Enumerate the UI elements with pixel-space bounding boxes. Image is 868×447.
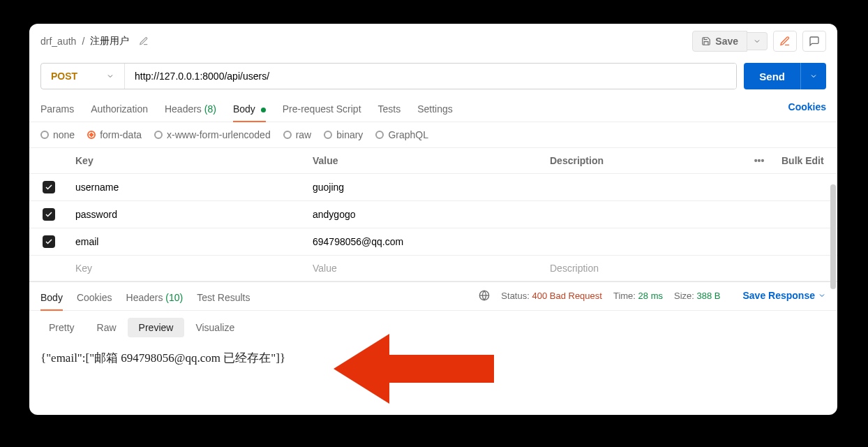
radio-binary-label: binary xyxy=(336,129,363,140)
radio-raw[interactable]: raw xyxy=(283,129,312,140)
check-icon xyxy=(45,237,53,246)
table-header: Key Value Description ••• Bulk Edit xyxy=(29,148,837,174)
breadcrumb-parent[interactable]: drf_auth xyxy=(40,36,76,47)
size-label: Size: xyxy=(674,291,694,301)
table-row-empty xyxy=(29,256,837,281)
key-input[interactable] xyxy=(75,209,299,220)
radio-binary[interactable]: binary xyxy=(324,129,363,140)
key-input[interactable] xyxy=(75,263,299,274)
chevron-down-icon xyxy=(809,72,818,80)
value-input[interactable] xyxy=(313,209,536,220)
response-panel: Body Cookies Headers (10) Test Results S… xyxy=(29,281,837,415)
table-body xyxy=(29,174,837,281)
postman-window: drf_auth / 注册用户 Save POST xyxy=(29,24,837,415)
radio-xform[interactable]: x-www-form-urlencoded xyxy=(154,129,271,140)
head-value: Value xyxy=(306,148,543,173)
head-desc: Description xyxy=(543,148,744,173)
rename-icon[interactable] xyxy=(139,36,149,46)
save-group: Save xyxy=(692,31,768,52)
radio-xform-label: x-www-form-urlencoded xyxy=(167,129,271,140)
send-button[interactable]: Send xyxy=(744,63,800,89)
globe-icon[interactable] xyxy=(479,290,490,301)
edit-button[interactable] xyxy=(773,31,797,52)
key-input[interactable] xyxy=(75,236,299,247)
save-dropdown[interactable] xyxy=(747,32,768,50)
value-input[interactable] xyxy=(313,182,536,193)
rtab-body[interactable]: Body xyxy=(40,288,63,310)
view-visualize[interactable]: Visualize xyxy=(184,318,246,337)
desc-input[interactable] xyxy=(550,182,737,193)
chevron-down-icon xyxy=(106,72,114,80)
tab-headers[interactable]: Headers (8) xyxy=(165,99,216,122)
response-tabs: Body Cookies Headers (10) Test Results S… xyxy=(29,282,837,311)
save-response-label: Save Response xyxy=(743,290,816,301)
tab-settings[interactable]: Settings xyxy=(417,99,453,122)
comment-button[interactable] xyxy=(802,31,826,52)
size-value: 388 B xyxy=(697,291,721,301)
row-checkbox[interactable] xyxy=(43,235,55,248)
form-table: Key Value Description ••• Bulk Edit xyxy=(29,147,837,281)
cookies-link[interactable]: Cookies xyxy=(788,101,826,119)
response-status: Status: 400 Bad Request Time: 28 ms Size… xyxy=(479,290,720,308)
url-input[interactable] xyxy=(125,64,736,89)
pencil-icon xyxy=(779,36,791,47)
tab-prerequest[interactable]: Pre-request Script xyxy=(283,99,361,122)
radio-formdata-label: form-data xyxy=(100,129,142,140)
save-button[interactable]: Save xyxy=(692,31,747,52)
scrollbar[interactable] xyxy=(830,184,836,289)
radio-icon xyxy=(87,131,96,139)
radio-none[interactable]: none xyxy=(40,129,75,140)
breadcrumb: drf_auth / 注册用户 xyxy=(40,35,149,47)
topbar: drf_auth / 注册用户 Save xyxy=(29,24,837,57)
chevron-down-icon xyxy=(753,37,761,45)
view-pretty[interactable]: Pretty xyxy=(38,318,86,337)
body-type-row: none form-data x-www-form-urlencoded raw… xyxy=(29,122,837,147)
more-columns-button[interactable]: ••• xyxy=(744,148,775,173)
tab-tests[interactable]: Tests xyxy=(378,99,401,122)
radio-icon xyxy=(375,131,384,139)
tab-params[interactable]: Params xyxy=(40,99,74,122)
urlbar-row: POST Send xyxy=(29,57,837,95)
radio-icon xyxy=(283,131,292,139)
value-input[interactable] xyxy=(313,236,536,247)
table-row xyxy=(29,201,837,228)
radio-graphql-label: GraphQL xyxy=(388,129,428,140)
time-label: Time: xyxy=(613,291,636,301)
tab-body[interactable]: Body xyxy=(233,99,266,122)
method-dropdown[interactable]: POST xyxy=(41,64,125,89)
rtab-testresults[interactable]: Test Results xyxy=(197,288,250,310)
time-value: 28 ms xyxy=(638,291,663,301)
radio-icon xyxy=(324,131,332,139)
breadcrumb-sep: / xyxy=(82,36,84,47)
rtab-headers[interactable]: Headers (10) xyxy=(126,288,184,310)
method-label: POST xyxy=(51,71,77,82)
row-checkbox[interactable] xyxy=(43,181,55,193)
rtab-cookies[interactable]: Cookies xyxy=(77,288,112,310)
save-icon xyxy=(701,36,711,46)
desc-input[interactable] xyxy=(550,263,737,274)
response-body: {"email":["邮箱 694798056@qq.com 已经存在"]} xyxy=(29,344,837,380)
tab-authorization[interactable]: Authorization xyxy=(91,99,148,122)
tab-headers-label: Headers xyxy=(165,103,202,115)
radio-formdata[interactable]: form-data xyxy=(87,129,142,140)
radio-raw-label: raw xyxy=(296,129,312,140)
view-preview[interactable]: Preview xyxy=(128,318,185,337)
bulk-edit-button[interactable]: Bulk Edit xyxy=(775,148,837,173)
rtab-headers-count: (10) xyxy=(165,292,183,303)
table-row xyxy=(29,174,837,201)
check-icon xyxy=(45,183,53,191)
radio-icon xyxy=(40,131,49,139)
desc-input[interactable] xyxy=(550,236,737,247)
radio-graphql[interactable]: GraphQL xyxy=(375,129,428,140)
send-dropdown[interactable] xyxy=(800,63,826,89)
view-raw[interactable]: Raw xyxy=(86,318,128,337)
breadcrumb-current[interactable]: 注册用户 xyxy=(90,35,129,47)
desc-input[interactable] xyxy=(550,209,737,220)
table-row xyxy=(29,228,837,256)
key-input[interactable] xyxy=(75,182,299,193)
save-response-button[interactable]: Save Response xyxy=(743,290,827,308)
value-input[interactable] xyxy=(313,263,536,274)
row-checkbox[interactable] xyxy=(43,208,55,221)
comment-icon xyxy=(809,36,820,47)
check-icon xyxy=(45,210,53,219)
